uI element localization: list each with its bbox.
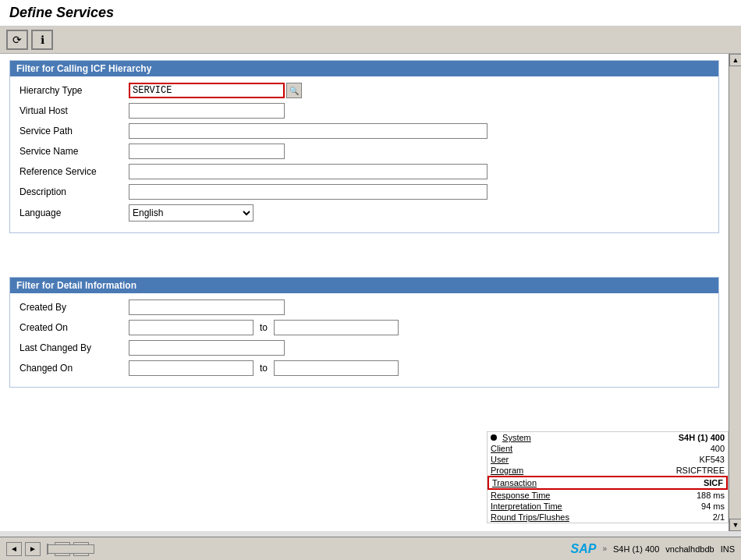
scroll-up-button[interactable]: ▲: [729, 54, 741, 66]
created-by-input[interactable]: [129, 299, 285, 315]
transaction-value: SICF: [704, 478, 723, 487]
horizontal-scrollbar[interactable]: [47, 544, 48, 555]
changed-on-input[interactable]: [129, 360, 254, 376]
created-on-input[interactable]: [129, 320, 254, 335]
filter-calling-header: Filter for Calling ICF Hierarchy: [10, 61, 718, 76]
service-path-row: Service Path: [20, 123, 709, 139]
system-value: S4H (1) 400: [679, 433, 725, 442]
last-changed-by-row: Last Changed By: [20, 340, 709, 356]
bottom-nav: ◄ ► ► »: [6, 542, 89, 556]
client-value: 400: [711, 444, 725, 453]
nav-prev-button[interactable]: ◄: [6, 542, 22, 556]
reference-service-row: Reference Service: [20, 164, 709, 179]
changed-on-row: Changed On to: [20, 360, 709, 376]
bottom-bar: ◄ ► ► » SAP » S4H (1) 400 vnchalhdbdb IN…: [0, 537, 741, 560]
changed-on-to-input[interactable]: [274, 360, 399, 376]
changed-on-label: Changed On: [20, 363, 129, 374]
language-select[interactable]: English German French Spanish: [129, 204, 254, 222]
filter-detail-section: Filter for Detail Information Created By…: [9, 277, 719, 388]
client-label: Client: [491, 444, 512, 453]
virtual-host-label: Virtual Host: [20, 105, 129, 116]
filter-calling-section: Filter for Calling ICF Hierarchy Hierarc…: [9, 60, 719, 233]
toolbar: ⟳ ℹ: [0, 27, 741, 54]
interpretation-time-value: 94 ms: [701, 502, 725, 511]
scroll-thumb: [48, 544, 94, 554]
created-by-row: Created By: [20, 299, 709, 315]
hierarchy-type-row: Hierarchy Type 🔍: [20, 83, 709, 98]
program-value: RSICFTREE: [676, 466, 725, 475]
interpretation-time-row: Interpretation Time 94 ms: [488, 501, 728, 512]
content-wrapper: Filter for Calling ICF Hierarchy Hierarc…: [0, 54, 741, 531]
description-input[interactable]: [129, 184, 488, 200]
created-on-row: Created On to: [20, 320, 709, 335]
created-by-label: Created By: [20, 302, 129, 313]
last-changed-by-input[interactable]: [129, 340, 285, 356]
user-value: KF543: [700, 455, 725, 464]
description-label: Description: [20, 186, 129, 197]
service-name-label: Service Name: [20, 146, 129, 157]
system-dot: [491, 434, 497, 441]
bottom-status: SAP » S4H (1) 400 vnchalhdbdb INS: [570, 542, 735, 556]
scroll-track: [729, 66, 741, 519]
response-time-row: Response Time 188 ms: [488, 490, 728, 501]
transaction-label: Transaction: [492, 478, 537, 487]
hierarchy-type-label: Hierarchy Type: [20, 85, 129, 96]
system-row: System S4H (1) 400: [488, 432, 728, 443]
service-path-input[interactable]: [129, 123, 488, 139]
title-bar: Define Services: [0, 0, 741, 27]
filter-detail-header: Filter for Detail Information: [10, 278, 718, 293]
section-gap: [0, 239, 729, 271]
service-name-row: Service Name: [20, 144, 709, 159]
vertical-scrollbar[interactable]: ▲ ▼: [729, 54, 741, 531]
user-label: User: [491, 455, 509, 464]
hierarchy-type-search-button[interactable]: 🔍: [286, 83, 302, 98]
round-trips-value: 2/1: [713, 512, 725, 522]
round-trips-label: Round Trips/Flushes: [491, 512, 569, 522]
interpretation-time-label: Interpretation Time: [491, 502, 562, 511]
sap-logo: SAP: [570, 542, 596, 556]
client-row: Client 400: [488, 443, 728, 454]
nav-right-button[interactable]: ►: [25, 542, 41, 556]
response-time-label: Response Time: [491, 491, 550, 500]
user-row: User KF543: [488, 454, 728, 465]
scroll-down-button[interactable]: ▼: [729, 519, 741, 531]
service-path-label: Service Path: [20, 126, 129, 136]
filter-detail-body: Created By Created On to Last Changed By: [10, 293, 718, 387]
virtual-host-input[interactable]: [129, 103, 285, 119]
program-label: Program: [491, 466, 523, 475]
description-row: Description: [20, 184, 709, 200]
to-label-2: to: [260, 363, 268, 374]
response-time-value: 188 ms: [697, 491, 725, 500]
program-row: Program RSICFTREE: [488, 465, 728, 476]
round-trips-row: Round Trips/Flushes 2/1: [488, 512, 728, 523]
language-row: Language English German French Spanish: [20, 204, 709, 222]
client-info: vnchalhdbdb: [665, 544, 714, 554]
double-arrow-icon: »: [602, 544, 607, 553]
last-changed-by-label: Last Changed By: [20, 342, 129, 353]
ins-label: INS: [721, 544, 735, 554]
reference-service-input[interactable]: [129, 164, 488, 179]
refresh-button[interactable]: ⟳: [6, 30, 28, 50]
language-label: Language: [20, 207, 129, 218]
reference-service-label: Reference Service: [20, 166, 129, 177]
hierarchy-type-input[interactable]: [129, 83, 285, 98]
created-on-label: Created On: [20, 322, 129, 333]
filter-calling-body: Hierarchy Type 🔍 Virtual Host Service Pa…: [10, 76, 718, 232]
system-label: System: [491, 433, 531, 442]
service-name-input[interactable]: [129, 144, 285, 159]
virtual-host-row: Virtual Host: [20, 103, 709, 119]
to-label-1: to: [260, 322, 268, 333]
info-button[interactable]: ℹ: [31, 30, 53, 50]
created-on-to-input[interactable]: [274, 320, 399, 335]
status-panel: System S4H (1) 400 Client 400 User KF543…: [487, 431, 729, 523]
system-info: S4H (1) 400: [613, 544, 659, 554]
transaction-row: Transaction SICF: [488, 476, 728, 490]
page-title: Define Services: [9, 5, 732, 21]
